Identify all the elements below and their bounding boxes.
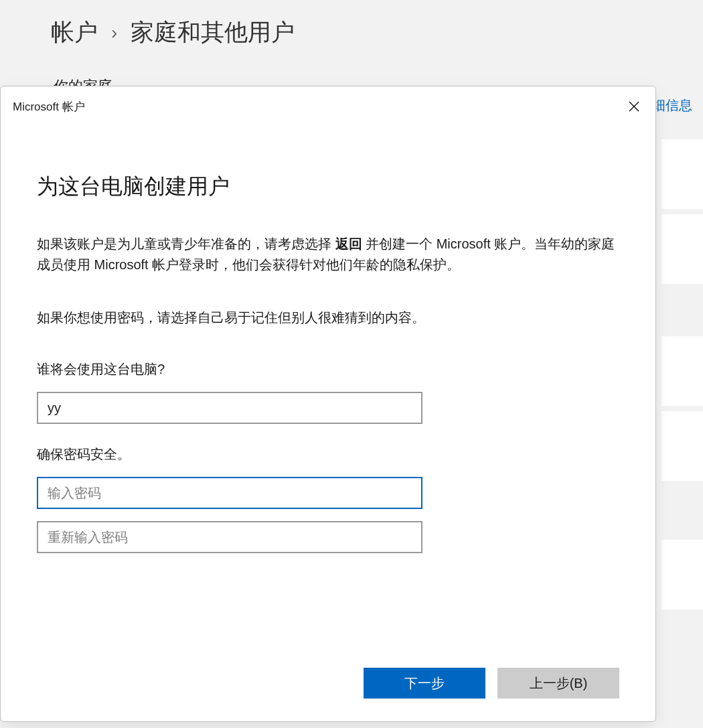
list-item bbox=[661, 214, 703, 284]
breadcrumb-parent[interactable]: 帐户 bbox=[51, 17, 98, 48]
password-section-label: 确保密码安全。 bbox=[37, 445, 619, 463]
info-paragraph-1: 如果该账户是为儿童或青少年准备的，请考虑选择 返回 并创建一个 Microsof… bbox=[37, 234, 619, 275]
close-icon bbox=[629, 101, 639, 112]
dialog-heading: 为这台电脑创建用户 bbox=[37, 172, 619, 202]
username-input[interactable] bbox=[37, 392, 422, 424]
list-item bbox=[661, 139, 703, 209]
detail-link-partial[interactable]: 细信息 bbox=[652, 96, 692, 115]
dialog-title: Microsoft 帐户 bbox=[13, 99, 85, 115]
list-item bbox=[661, 336, 703, 406]
para1-bold: 返回 bbox=[335, 236, 362, 251]
dialog-body: 为这台电脑创建用户 如果该账户是为儿童或青少年准备的，请考虑选择 返回 并创建一… bbox=[1, 117, 655, 575]
create-user-dialog: Microsoft 帐户 为这台电脑创建用户 如果该账户是为儿童或青少年准备的，… bbox=[0, 86, 656, 722]
back-button[interactable]: 上一步(B) bbox=[497, 668, 619, 699]
dialog-footer: 下一步 上一步(B) bbox=[364, 668, 619, 699]
username-label: 谁将会使用这台电脑? bbox=[37, 360, 619, 378]
password-confirm-input[interactable] bbox=[37, 521, 422, 553]
list-item bbox=[661, 540, 703, 609]
list-item bbox=[661, 411, 703, 481]
breadcrumb: 帐户 › 家庭和其他用户 bbox=[0, 0, 703, 48]
dialog-header: Microsoft 帐户 bbox=[1, 86, 655, 117]
close-button[interactable] bbox=[625, 97, 643, 116]
next-button[interactable]: 下一步 bbox=[364, 668, 485, 699]
chevron-right-icon: › bbox=[111, 22, 117, 44]
para1-text-a: 如果该账户是为儿童或青少年准备的，请考虑选择 bbox=[37, 236, 335, 251]
password-input[interactable] bbox=[37, 477, 422, 509]
breadcrumb-current: 家庭和其他用户 bbox=[131, 17, 295, 48]
info-paragraph-2: 如果你想使用密码，请选择自己易于记住但别人很难猜到的内容。 bbox=[37, 307, 619, 328]
